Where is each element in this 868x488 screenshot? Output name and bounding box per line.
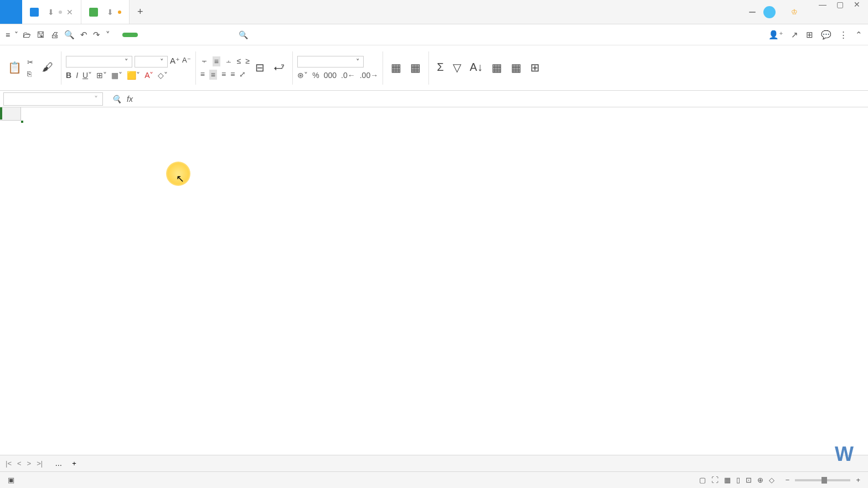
merge-center-button[interactable]: ⊟ <box>252 45 268 90</box>
conditional-formatting-button[interactable]: ▦ <box>388 45 405 90</box>
font-select[interactable]: ˅ <box>66 56 132 68</box>
close-icon[interactable]: ✕ <box>854 0 860 24</box>
notification-badge[interactable] <box>749 12 756 13</box>
fx-icon[interactable]: fx <box>127 95 133 103</box>
zoom-icon[interactable]: 🔍 <box>112 95 121 103</box>
align-middle-icon[interactable]: ≡ <box>213 56 220 66</box>
tab-home[interactable] <box>122 33 138 37</box>
autofilter-button[interactable]: ▽ <box>450 45 464 90</box>
preview-icon[interactable]: 🔍 <box>64 30 75 40</box>
align-bottom-icon[interactable]: ⫠ <box>225 56 232 66</box>
autosum-button[interactable]: Σ <box>433 45 447 90</box>
lock-icon[interactable]: ⋮ <box>839 30 848 40</box>
align-left-icon[interactable]: ≡ <box>200 70 205 80</box>
bold-button[interactable]: B <box>66 71 71 80</box>
align-top-icon[interactable]: ⫟ <box>200 56 208 66</box>
next-sheet-icon[interactable]: > <box>27 459 32 468</box>
print-icon[interactable]: 🖨 <box>50 30 59 40</box>
view-icon[interactable]: ⊕ <box>757 476 763 484</box>
name-box[interactable]: ˅ <box>3 92 103 106</box>
view-icon[interactable]: ⛶ <box>711 476 719 484</box>
decrease-indent-icon[interactable]: ≤ <box>237 56 241 66</box>
menu-bar: ≡ ˅ 🗁 🖫 🖨 🔍 ↶ ↷ ˅ 🔍 👤⁺ ↗ ⊞ 💬 ⋮ ⌃ <box>0 24 868 45</box>
align-center-icon[interactable]: ≡ <box>209 70 217 80</box>
rowcol-button[interactable]: ⊞ <box>527 45 543 90</box>
fill-button[interactable]: ▦ <box>508 45 525 90</box>
size-select[interactable]: ˅ <box>135 56 168 68</box>
zoom-slider[interactable] <box>795 479 850 481</box>
document-tabs: ⬇ ✕ ⬇ + <box>22 0 743 24</box>
paste-button[interactable]: 📋 <box>4 45 25 90</box>
number-format-select[interactable]: ˅ <box>297 56 364 68</box>
chevron-down-icon: ˅ <box>14 30 18 39</box>
chevron-down-icon[interactable]: ˅ <box>106 30 110 40</box>
hamburger-icon: ≡ <box>6 30 10 39</box>
ribbon-tabs <box>122 33 223 37</box>
view-icon[interactable]: ⊡ <box>746 476 752 484</box>
comma-icon[interactable]: 000 <box>324 71 337 80</box>
format-button[interactable]: ▦ <box>488 45 505 90</box>
add-sheet-icon[interactable]: + <box>68 459 81 468</box>
decrease-font-icon[interactable]: A⁻ <box>182 56 191 68</box>
align-right-icon[interactable]: ≡ <box>221 70 226 80</box>
doc-tab-1[interactable]: ⬇ ✕ <box>22 0 81 24</box>
minimize-icon[interactable]: — <box>819 0 826 24</box>
last-sheet-icon[interactable]: >| <box>37 459 43 468</box>
doc-tab-2[interactable]: ⬇ <box>81 0 130 24</box>
command-search[interactable]: 🔍 <box>239 30 251 39</box>
border-button[interactable]: ⊞˅ <box>96 71 107 80</box>
close-icon[interactable]: ✕ <box>66 8 73 17</box>
decrease-decimal-icon[interactable]: .00→ <box>360 71 378 80</box>
view-page-icon[interactable]: ▯ <box>736 476 740 484</box>
format-painter-button[interactable]: 🖌 <box>39 45 56 90</box>
increase-font-icon[interactable]: A⁺ <box>170 56 180 68</box>
cut-button[interactable]: ✂ <box>27 58 37 66</box>
underline-button[interactable]: U˅ <box>82 71 92 80</box>
cell-style-button[interactable]: ▦˅ <box>111 71 122 80</box>
export-icon[interactable]: ↗ <box>791 30 798 40</box>
view-icon[interactable]: ◇ <box>769 476 774 484</box>
fill-color-button[interactable]: 🟨˅ <box>127 71 140 80</box>
italic-button[interactable]: I <box>76 71 78 80</box>
prev-sheet-icon[interactable]: < <box>17 459 22 468</box>
open-icon[interactable]: 🗁 <box>23 30 31 40</box>
cells-area[interactable] <box>21 121 858 455</box>
formula-input[interactable] <box>138 97 868 101</box>
increase-indent-icon[interactable]: ≥ <box>246 56 250 66</box>
close-icon[interactable]: ⬇ <box>48 8 54 17</box>
maximize-icon[interactable]: ▢ <box>836 0 844 24</box>
zoom-out-icon[interactable]: − <box>786 476 790 484</box>
wrap-text-button[interactable]: ⮐ <box>270 45 288 90</box>
font-color-button[interactable]: A˅ <box>144 71 153 80</box>
orientation-icon[interactable]: ⤢ <box>239 70 246 80</box>
currency-icon[interactable]: ⊛˅ <box>297 71 308 80</box>
record-macro-icon[interactable]: ▣ <box>8 476 14 484</box>
wrap-icon: ⮐ <box>273 61 285 74</box>
collapse-icon[interactable]: ⌃ <box>855 30 862 40</box>
avatar[interactable] <box>763 6 776 18</box>
chevron-down-icon: ˅ <box>160 58 164 66</box>
more-tabs-icon[interactable]: … <box>50 459 66 468</box>
view-normal-icon[interactable]: ▦ <box>724 476 731 484</box>
feedback-icon[interactable]: 💬 <box>821 30 831 40</box>
add-tab-button[interactable]: + <box>130 0 151 24</box>
justify-icon[interactable]: ≡ <box>230 70 235 80</box>
grid-icon[interactable]: ⊞ <box>806 30 813 40</box>
share-icon[interactable]: 👤⁺ <box>768 30 783 40</box>
format-table-button[interactable]: ▦ <box>407 45 424 90</box>
percent-icon[interactable]: % <box>312 71 319 80</box>
close-icon[interactable]: ⬇ <box>107 8 113 17</box>
increase-decimal-icon[interactable]: .0← <box>341 71 355 80</box>
view-icon[interactable]: ▢ <box>699 476 706 484</box>
undo-icon[interactable]: ↶ <box>80 30 87 40</box>
zoom-in-icon[interactable]: + <box>856 476 860 484</box>
hamburger-menu[interactable]: ≡ ˅ <box>6 30 18 39</box>
first-sheet-icon[interactable]: |< <box>6 459 12 468</box>
redo-icon[interactable]: ↷ <box>93 30 100 40</box>
clear-format-button[interactable]: ◇˅ <box>158 71 168 80</box>
copy-icon: ⎘ <box>27 70 32 78</box>
select-all-corner[interactable] <box>0 107 21 121</box>
copy-button[interactable]: ⎘ <box>27 70 37 78</box>
save-icon[interactable]: 🖫 <box>37 30 45 40</box>
sort-button[interactable]: A↓ <box>467 45 486 90</box>
